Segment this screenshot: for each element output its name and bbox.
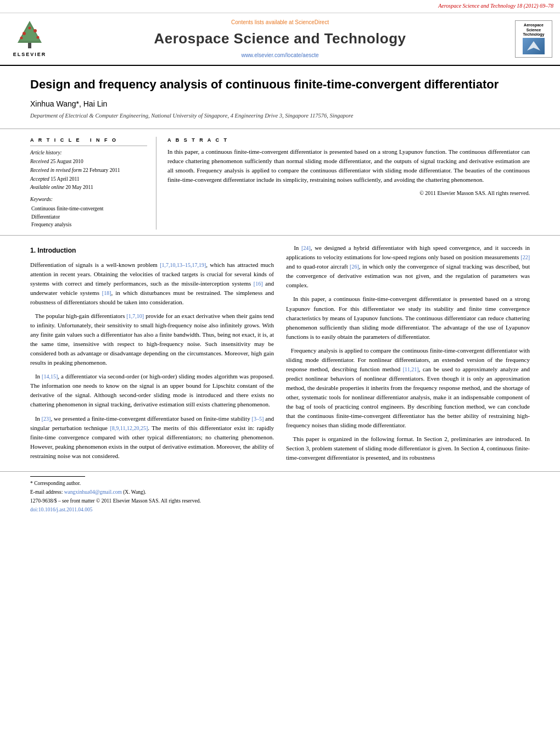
body-para-4: In [23], we presented a finite-time-conv… [30, 414, 274, 461]
journal-url[interactable]: www.elsevier.com/locate/aescte [57, 52, 503, 60]
body-para-3: In [14,15], a differentiator via second-… [30, 372, 274, 409]
body-para-r3: Frequency analysis is applied to compare… [286, 346, 530, 430]
footnote-section: * Corresponding author. E-mail address: … [0, 471, 560, 516]
keyword-3: Frequency analysis [30, 221, 147, 229]
abstract-heading: A B S T R A C T [167, 137, 530, 144]
body-col-left: 1. Introduction Differentiation of signa… [30, 243, 274, 467]
keywords-label: Keywords: [30, 196, 147, 204]
body-para-r1: In [24], we designed a hybrid differenti… [286, 243, 530, 290]
keyword-2: Differentiator [30, 214, 147, 221]
body-para-2: The popular high-gain differentiators [1… [30, 311, 274, 367]
received-revised-row: Received in revised form 22 February 201… [30, 167, 147, 175]
publisher-logo: AerospaceScienceTechnology [515, 20, 552, 58]
body-section: 1. Introduction Differentiation of signa… [0, 235, 560, 467]
elsevier-tree-icon [13, 20, 46, 50]
article-history-label: Article history: [30, 149, 147, 157]
elsevier-wordmark: ELSEVIER [13, 51, 47, 58]
article-title-section: Design and frequency analysis of continu… [0, 66, 560, 129]
body-para-r2: In this paper, a continuous finite-time-… [286, 294, 530, 341]
available-row: Available online 20 May 2011 [30, 184, 147, 192]
journal-title: Aerospace Science and Technology [57, 29, 503, 49]
body-para-r4: This paper is organized in the following… [286, 434, 530, 462]
footnote-email: E-mail address: wangxinhua04@gmail.com (… [30, 489, 530, 496]
journal-bar-text: Aerospace Science and Technology 18 (201… [438, 3, 553, 9]
svg-point-7 [37, 36, 40, 38]
footnote-rights: 1270-9638/$ – see front matter © 2011 El… [30, 498, 530, 505]
journal-bar: Aerospace Science and Technology 18 (201… [0, 0, 560, 13]
section1-title: 1. Introduction [30, 246, 274, 256]
copyright: © 2011 Elsevier Masson SAS. All rights r… [167, 189, 530, 198]
affiliation: Department of Electrical & Computer Engi… [30, 111, 530, 120]
elsevier-logo: ELSEVIER [8, 20, 52, 58]
svg-point-3 [23, 32, 26, 35]
article-info-col: A R T I C L E I N F O Article history: R… [30, 137, 156, 230]
abstract-col: A B S T R A C T In this paper, a continu… [167, 137, 530, 230]
publisher-logo-box: AerospaceScienceTechnology [508, 20, 552, 58]
svg-point-4 [33, 29, 37, 32]
body-para-1: Differentiation of signals is a well-kno… [30, 260, 274, 307]
sciencedirect-link: Contents lists available at ScienceDirec… [57, 19, 503, 27]
keyword-1: Continuous finite-time-convergent [30, 205, 147, 213]
body-col-right: In [24], we designed a hybrid differenti… [286, 243, 530, 467]
footnote-corresponding: * Corresponding author. [30, 480, 530, 488]
svg-marker-8 [527, 41, 540, 51]
article-info-abstract: A R T I C L E I N F O Article history: R… [0, 137, 560, 230]
publisher-logo-plane-icon [524, 40, 544, 53]
authors: Xinhua Wang*, Hai Lin [30, 98, 530, 109]
received-row: Received 25 August 2010 [30, 158, 147, 166]
svg-point-5 [29, 26, 31, 29]
publisher-logo-image [523, 38, 545, 54]
footnote-doi: doi:10.1016/j.ast.2011.04.005 [30, 506, 530, 514]
article-info-heading: A R T I C L E I N F O [30, 137, 147, 146]
abstract-text: In this paper, a continuous finite-time-… [167, 147, 530, 185]
accepted-row: Accepted 15 April 2011 [30, 176, 147, 183]
journal-header-center: Contents lists available at ScienceDirec… [57, 19, 503, 60]
publisher-logo-text: AerospaceScienceTechnology [523, 23, 545, 37]
article-title: Design and frequency analysis of continu… [30, 77, 530, 93]
svg-point-6 [20, 36, 23, 39]
header-section: ELSEVIER Contents lists available at Sci… [0, 13, 560, 66]
